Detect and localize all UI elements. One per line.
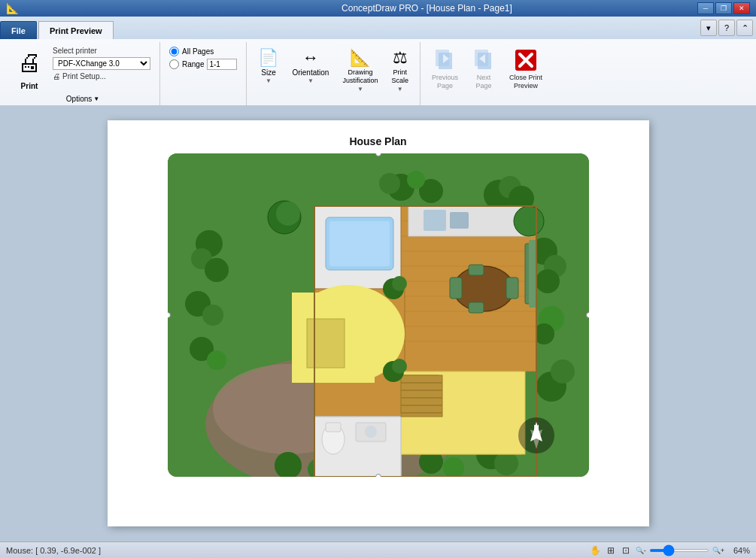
svg-point-25 [207, 350, 226, 370]
options-button[interactable]: Options ▼ [62, 93, 103, 105]
svg-rect-53 [450, 277, 462, 299]
svg-point-28 [536, 269, 560, 293]
zoom-in-icon: 🔍+ [712, 547, 724, 554]
ribbon-collapse-button[interactable]: ⌃ [736, 20, 753, 36]
previous-page-label: PreviousPage [432, 74, 458, 90]
window-controls[interactable]: ─ ❐ ✕ [697, 2, 750, 14]
next-page-icon [472, 48, 496, 72]
drawing-justification-label: DrawingJustification [342, 68, 378, 85]
ribbon-top-right: ▾ ? ⌃ [697, 17, 756, 39]
handle-bl[interactable] [168, 474, 171, 477]
minimize-button[interactable]: ─ [697, 2, 714, 14]
all-pages-label: All Pages [182, 47, 214, 56]
svg-point-15 [407, 171, 425, 189]
mouse-label: Mouse: [ 0.39, -6.9e-002 ] [6, 546, 101, 555]
all-pages-option[interactable]: All Pages [169, 47, 237, 56]
svg-rect-54 [506, 277, 518, 299]
house-plan-diagram: N [168, 153, 589, 477]
ribbon-tabs: File Print Preview [0, 17, 756, 39]
zoom-slider[interactable] [649, 549, 709, 552]
drawing-justification-button[interactable]: 📐 DrawingJustification ▼ [337, 45, 383, 96]
select-printer-label: Select printer [53, 47, 150, 55]
close-print-preview-button[interactable]: Close PrintPreview [504, 45, 548, 93]
svg-rect-61 [450, 212, 469, 229]
zoom-out-icon: 🔍- [636, 547, 646, 554]
print-group-content: 🖨 Print Select printer PDF-XChange 3.0 🖨… [12, 44, 153, 92]
paper-group-content: 📄 Size ▼ ↔ Orientation ▼ 📐 DrawingJustif… [253, 44, 413, 105]
drawing-justification-arrow: ▼ [357, 86, 363, 92]
preview-group-content: PreviousPage NextPage [427, 44, 548, 105]
svg-point-38 [494, 451, 518, 475]
svg-rect-75 [326, 423, 341, 432]
zoom-selection-button[interactable]: ⊡ [619, 544, 633, 557]
zoom-level: 64% [727, 546, 750, 555]
svg-point-88 [392, 276, 407, 291]
ribbon-display-button[interactable]: ▾ [700, 20, 717, 36]
range-input[interactable] [207, 59, 237, 70]
print-label[interactable]: Print [21, 82, 38, 90]
previous-page-button[interactable]: PreviousPage [427, 45, 463, 93]
previous-page-icon [433, 48, 457, 72]
zoom-to-fit-button[interactable]: ⊞ [604, 544, 618, 557]
options-arrow: ▼ [93, 96, 99, 102]
close-print-preview-label: Close PrintPreview [509, 74, 542, 90]
orientation-label: Orientation [292, 68, 329, 77]
close-print-preview-icon [514, 48, 538, 72]
zoom-slider-container[interactable] [649, 549, 709, 552]
size-button[interactable]: 📄 Size ▼ [253, 45, 284, 87]
svg-text:N: N [533, 424, 539, 432]
svg-point-13 [379, 173, 400, 194]
print-scale-label: PrintScale [391, 68, 408, 85]
pan-tool-button[interactable]: ✋ [589, 544, 603, 557]
options-label: Options [66, 95, 92, 103]
tab-file[interactable]: File [0, 21, 37, 39]
close-button[interactable]: ✕ [733, 2, 750, 14]
tab-print-preview[interactable]: Print Preview [38, 21, 114, 39]
svg-point-90 [392, 359, 407, 374]
svg-point-77 [365, 426, 377, 438]
status-left: Mouse: [ 0.39, -6.9e-002 ] [6, 546, 101, 555]
print-scale-button[interactable]: ⚖ PrintScale ▼ [386, 45, 414, 96]
range-group-content: All Pages Range [166, 44, 240, 105]
restore-button[interactable]: ❐ [715, 2, 732, 14]
svg-rect-41 [329, 221, 390, 266]
next-page-label: NextPage [475, 74, 491, 90]
svg-rect-58 [529, 240, 536, 308]
title-bar: 📐 ConceptDraw PRO - [House Plan - Page1]… [0, 0, 756, 17]
svg-point-23 [202, 305, 223, 326]
range-label: Range [182, 60, 204, 68]
page-preview: House Plan [108, 120, 649, 526]
status-right: ✋ ⊞ ⊡ 🔍- 🔍+ 64% [589, 544, 750, 557]
house-plan-svg: N [168, 153, 589, 477]
svg-rect-55 [469, 265, 484, 275]
printer-select[interactable]: PDF-XChange 3.0 [53, 57, 150, 70]
next-page-button[interactable]: NextPage [466, 45, 501, 93]
all-pages-radio[interactable] [169, 47, 179, 56]
orientation-button[interactable]: ↔ Orientation ▼ [287, 45, 334, 87]
svg-rect-60 [424, 210, 446, 231]
svg-rect-78 [401, 375, 442, 417]
range-section: All Pages Range [166, 45, 240, 71]
range-option[interactable]: Range [169, 59, 237, 70]
main-content: House Plan [0, 105, 756, 541]
svg-point-85 [276, 202, 300, 226]
range-radio[interactable] [169, 59, 179, 69]
size-label: Size [261, 68, 275, 77]
drawing-justification-icon: 📐 [350, 48, 370, 68]
size-arrow: ▼ [266, 77, 272, 84]
printer-icon: 🖨 [17, 49, 41, 77]
size-icon: 📄 [258, 48, 278, 68]
status-bar: Mouse: [ 0.39, -6.9e-002 ] ✋ ⊞ ⊡ 🔍- 🔍+ 6… [0, 541, 756, 558]
status-icons: ✋ ⊞ ⊡ [589, 544, 633, 557]
handle-br[interactable] [586, 474, 589, 477]
orientation-icon: ↔ [302, 48, 319, 68]
svg-rect-56 [469, 302, 484, 313]
help-button[interactable]: ? [718, 20, 735, 36]
print-setup-link[interactable]: 🖨 Print Setup... [53, 72, 150, 80]
print-button[interactable]: 🖨 [12, 45, 47, 80]
handle-bottom[interactable] [375, 474, 381, 477]
orientation-arrow: ▼ [308, 77, 314, 84]
printer-small-icon: 🖨 [53, 72, 60, 80]
window-title: ConceptDraw PRO - [House Plan - Page1] [156, 3, 697, 14]
svg-point-86 [514, 206, 544, 236]
